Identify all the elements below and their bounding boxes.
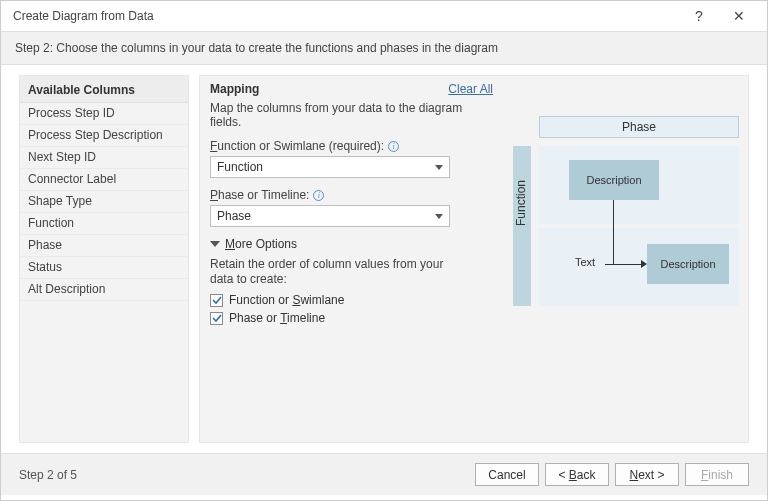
list-item[interactable]: Process Step ID [20,103,188,125]
preview-shape: Description [647,244,729,284]
mapping-form: Mapping Clear All Map the columns from y… [200,76,503,442]
preview-shape: Description [569,160,659,200]
phase-label: Phase or Timeline: i [210,188,493,202]
finish-button[interactable]: Finish [685,463,749,486]
list-item[interactable]: Phase [20,235,188,257]
checkbox-icon [210,312,223,325]
available-columns-panel: Available Columns Process Step ID Proces… [19,75,189,443]
back-button[interactable]: < Back [545,463,609,486]
info-icon[interactable]: i [313,190,324,201]
phase-value: Phase [217,209,251,223]
function-label: Function or Swimlane (required): i [210,139,493,153]
wizard-footer: Step 2 of 5 Cancel < Back Next > Finish [1,453,767,495]
list-item[interactable]: Next Step ID [20,147,188,169]
info-icon[interactable]: i [388,141,399,152]
preview-function-label: Function [514,173,528,233]
title-bar: Create Diagram from Data ? ✕ [1,1,767,31]
checkbox-phase-timeline[interactable]: Phase or Timeline [210,311,493,325]
mapping-intro: Map the columns from your data to the di… [210,101,493,129]
dialog-body: Available Columns Process Step ID Proces… [1,65,767,453]
mapping-panel: Mapping Clear All Map the columns from y… [199,75,749,443]
retain-label: Retain the order of column values from y… [210,257,470,287]
preview-connector [613,200,614,265]
preview-connector [605,264,645,265]
preview-phase-header: Phase [539,116,739,138]
preview-connector-label: Text [575,256,595,268]
mapping-header: Mapping [210,82,448,96]
phase-dropdown[interactable]: Phase [210,205,450,227]
list-item[interactable]: Alt Description [20,279,188,301]
list-item[interactable]: Function [20,213,188,235]
chevron-down-icon [435,165,443,170]
checkbox-function-swimlane[interactable]: Function or Swimlane [210,293,493,307]
step-count: Step 2 of 5 [19,468,475,482]
available-columns-header: Available Columns [20,76,188,103]
list-item[interactable]: Status [20,257,188,279]
next-button[interactable]: Next > [615,463,679,486]
list-item[interactable]: Process Step Description [20,125,188,147]
diagram-preview: Phase Function Description Text Descript… [503,76,748,442]
list-item[interactable]: Shape Type [20,191,188,213]
triangle-down-icon [210,241,220,247]
chevron-down-icon [435,214,443,219]
checkbox-icon [210,294,223,307]
clear-all-link[interactable]: Clear All [448,82,493,96]
close-button[interactable]: ✕ [719,2,759,30]
help-button[interactable]: ? [679,2,719,30]
step-description: Step 2: Choose the columns in your data … [1,31,767,65]
function-dropdown[interactable]: Function [210,156,450,178]
function-value: Function [217,160,263,174]
cancel-button[interactable]: Cancel [475,463,539,486]
window-title: Create Diagram from Data [13,9,679,23]
list-item[interactable]: Connector Label [20,169,188,191]
more-options-toggle[interactable]: More Options [210,237,493,251]
